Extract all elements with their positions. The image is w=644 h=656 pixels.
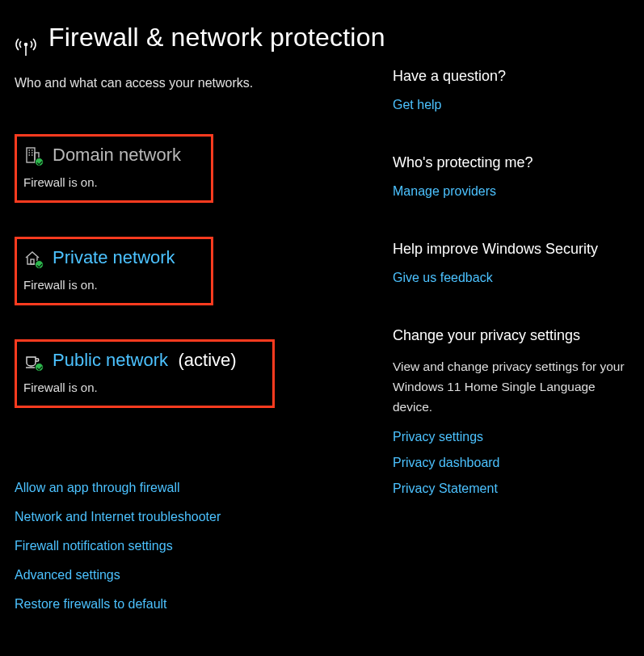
home-icon [23, 249, 41, 267]
link-privacy-dashboard[interactable]: Privacy dashboard [393, 456, 629, 470]
network-status: Firewall is on. [23, 175, 204, 189]
link-privacy-settings[interactable]: Privacy settings [393, 430, 629, 444]
network-status: Firewall is on. [23, 278, 204, 292]
link-get-help[interactable]: Get help [393, 98, 629, 112]
link-restore-defaults[interactable]: Restore firewalls to default [15, 597, 393, 612]
network-label: Public network [53, 350, 168, 370]
network-label: Domain network [53, 145, 181, 166]
sidebar-protecting-title: Who's protecting me? [393, 154, 629, 171]
page-title: Firewall & network protection [48, 19, 385, 56]
link-manage-providers[interactable]: Manage providers [393, 184, 629, 199]
network-private[interactable]: Private network Firewall is on. [15, 237, 213, 305]
link-notification-settings[interactable]: Firewall notification settings [15, 539, 393, 553]
network-domain[interactable]: Domain network Firewall is on. [15, 134, 213, 203]
svg-rect-10 [31, 259, 34, 264]
network-active-tag: (active) [179, 350, 237, 370]
page-subtitle: Who and what can access your networks. [15, 76, 393, 90]
link-feedback[interactable]: Give us feedback [393, 271, 629, 285]
sidebar-privacy-text: View and change privacy settings for you… [393, 357, 629, 417]
building-icon [23, 146, 41, 164]
link-privacy-statement[interactable]: Privacy Statement [393, 481, 629, 496]
svg-rect-2 [27, 148, 35, 162]
sidebar-improve-title: Help improve Windows Security [393, 241, 629, 258]
link-allow-app[interactable]: Allow an app through firewall [15, 481, 393, 495]
sidebar-question-title: Have a question? [393, 68, 629, 85]
network-status: Firewall is on. [23, 381, 266, 394]
network-label: Private network [53, 247, 175, 268]
antenna-icon [15, 36, 37, 60]
sidebar-privacy-title: Change your privacy settings [393, 327, 629, 344]
cafe-icon [23, 351, 41, 369]
link-troubleshooter[interactable]: Network and Internet troubleshooter [15, 510, 393, 524]
link-advanced-settings[interactable]: Advanced settings [15, 568, 393, 582]
network-public[interactable]: Public network (active) Firewall is on. [15, 339, 275, 408]
